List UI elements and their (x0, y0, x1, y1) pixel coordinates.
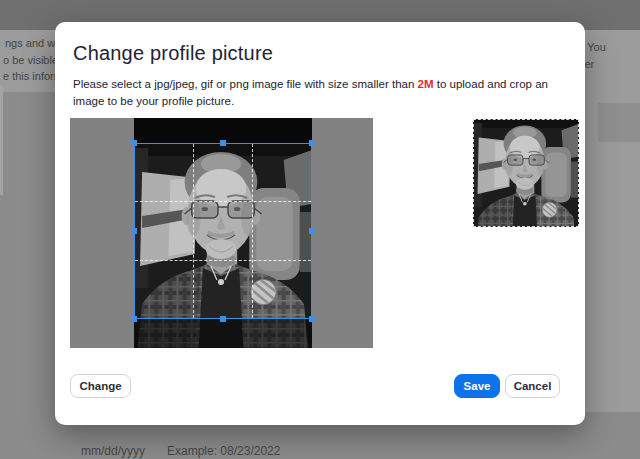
date-format-placeholder: mm/dd/yyyy (81, 444, 145, 458)
dim-overlay-bottom (134, 319, 312, 348)
description-text: Please select a jpg/jpeg, gif or png ima… (73, 78, 418, 90)
background-dimmed-block (598, 103, 640, 142)
change-profile-picture-dialog: Change profile picture Please select a j… (55, 22, 585, 425)
crop-grid-line (252, 144, 253, 318)
dialog-title: Change profile picture (73, 42, 273, 65)
dialog-description: Please select a jpg/jpeg, gif or png ima… (73, 76, 567, 110)
background-text-line: e this inform (3, 70, 63, 82)
change-button[interactable]: Change (70, 374, 131, 398)
crop-handle-e[interactable] (309, 228, 315, 234)
save-button[interactable]: Save (454, 374, 500, 398)
background-left-edge (0, 85, 3, 195)
crop-grid-line (193, 144, 194, 318)
crop-handle-w[interactable] (131, 228, 137, 234)
crop-handle-ne[interactable] (309, 140, 315, 146)
crop-editor[interactable] (70, 118, 373, 348)
cancel-button[interactable]: Cancel (505, 374, 560, 398)
crop-handle-n[interactable] (220, 140, 226, 146)
background-text-line: ngs and we (5, 37, 61, 49)
crop-handle-s[interactable] (220, 316, 226, 322)
background-text-line: o be visible (3, 54, 58, 66)
cropped-preview (473, 119, 579, 227)
size-limit-text: 2M (418, 78, 434, 90)
crop-selection[interactable] (134, 143, 312, 319)
crop-grid-line (135, 260, 311, 261)
crop-handle-sw[interactable] (131, 316, 137, 322)
crop-handle-se[interactable] (309, 316, 315, 322)
crop-handle-nw[interactable] (131, 140, 137, 146)
cropped-preview-image (474, 120, 578, 226)
crop-grid-line (135, 201, 311, 202)
screen: ngs and we o be visible e this inform ip… (0, 0, 640, 459)
date-format-example: Example: 08/23/2022 (167, 444, 280, 458)
